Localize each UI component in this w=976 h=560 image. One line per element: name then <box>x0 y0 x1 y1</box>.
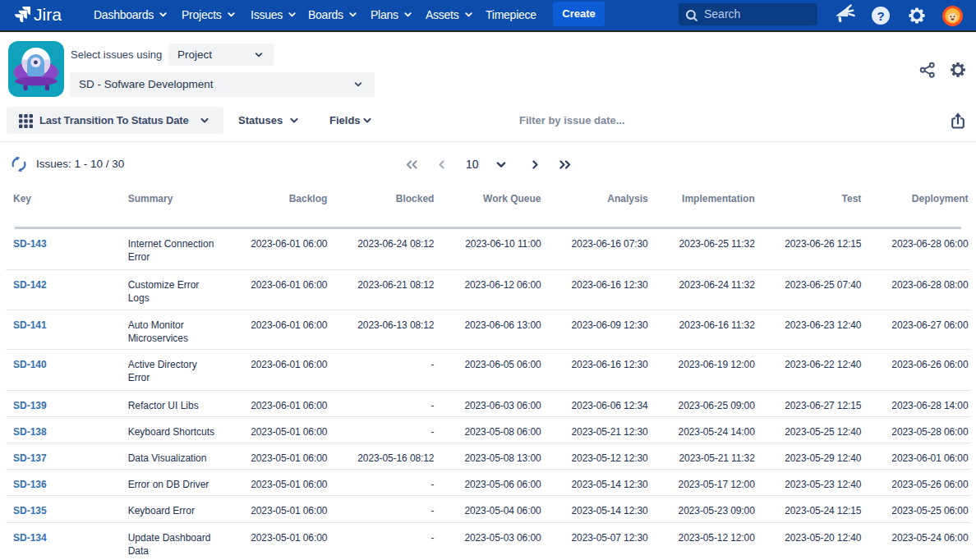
svg-text:?: ? <box>877 9 884 23</box>
